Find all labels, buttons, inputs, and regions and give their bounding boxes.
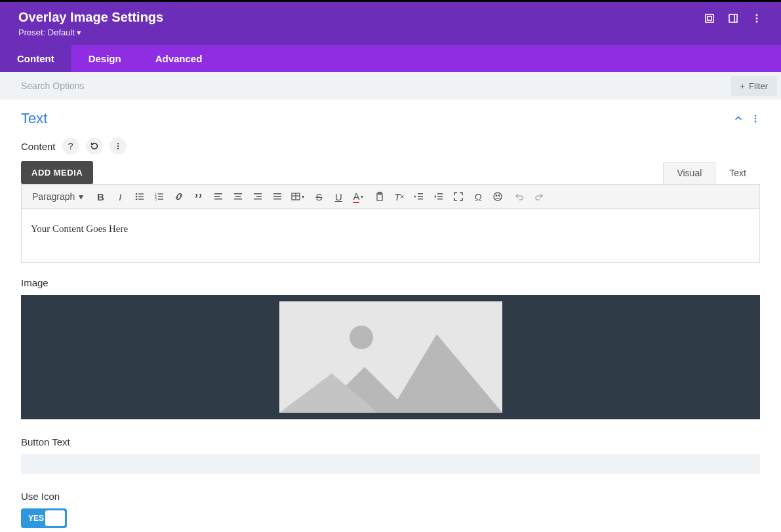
- svg-rect-31: [254, 193, 262, 195]
- numbered-list-icon[interactable]: 123: [150, 187, 169, 206]
- undo-icon[interactable]: [510, 187, 529, 206]
- strikethrough-icon[interactable]: S: [310, 187, 328, 206]
- svg-rect-34: [273, 193, 281, 195]
- emoji-icon[interactable]: [489, 187, 507, 206]
- editor-tab-text[interactable]: Text: [715, 162, 760, 184]
- editor-toolbar: Paragraph ▾ B I 123 ▾ S U A▾ T✕ Ω: [21, 184, 760, 208]
- svg-point-6: [756, 21, 758, 23]
- svg-rect-27: [214, 199, 222, 200]
- search-input[interactable]: [21, 81, 218, 91]
- bullet-list-icon[interactable]: [130, 187, 149, 206]
- svg-point-5: [756, 18, 758, 20]
- content-field-label: Content: [21, 141, 56, 152]
- preset-dropdown[interactable]: Preset: Default ▾: [18, 28, 163, 37]
- caret-down-icon: ▾: [79, 191, 83, 202]
- more-vertical-icon[interactable]: [110, 138, 127, 155]
- caret-down-icon: ▾: [77, 28, 81, 37]
- align-justify-icon[interactable]: [268, 187, 287, 206]
- svg-rect-33: [254, 199, 262, 200]
- tab-content[interactable]: Content: [0, 45, 71, 72]
- toggle-value: YES: [28, 514, 44, 523]
- format-label: Paragraph: [32, 191, 75, 202]
- link-icon[interactable]: [170, 187, 188, 206]
- chevron-up-icon[interactable]: [734, 114, 743, 123]
- svg-point-52: [499, 195, 500, 197]
- outdent-icon[interactable]: [410, 187, 428, 206]
- svg-point-7: [755, 115, 757, 117]
- quote-icon[interactable]: [190, 187, 208, 206]
- svg-point-9: [755, 121, 757, 123]
- svg-point-8: [755, 118, 757, 120]
- reset-icon[interactable]: [86, 138, 103, 155]
- special-char-icon[interactable]: Ω: [469, 187, 487, 206]
- image-placeholder-icon: [279, 301, 502, 413]
- svg-rect-28: [234, 193, 242, 195]
- more-vertical-icon[interactable]: [751, 12, 763, 24]
- svg-rect-22: [158, 196, 163, 197]
- svg-point-51: [496, 195, 498, 197]
- underline-icon[interactable]: U: [329, 187, 348, 206]
- svg-point-54: [350, 326, 373, 349]
- expand-icon[interactable]: [704, 12, 715, 24]
- text-color-icon[interactable]: A▾: [349, 187, 367, 206]
- italic-icon[interactable]: I: [111, 187, 129, 206]
- search-bar: + Filter: [0, 72, 781, 100]
- table-icon[interactable]: ▾: [288, 187, 306, 206]
- tab-advanced[interactable]: Advanced: [138, 45, 220, 72]
- svg-point-13: [136, 193, 138, 195]
- svg-rect-43: [418, 196, 423, 197]
- svg-rect-1: [708, 16, 711, 20]
- svg-point-17: [136, 199, 138, 200]
- use-icon-toggle[interactable]: YES: [21, 508, 67, 528]
- format-dropdown[interactable]: Paragraph ▾: [26, 189, 90, 204]
- image-upload-area[interactable]: [21, 295, 760, 419]
- align-right-icon[interactable]: [249, 187, 267, 206]
- svg-rect-20: [158, 193, 163, 194]
- svg-rect-16: [138, 196, 144, 197]
- svg-rect-44: [418, 199, 423, 200]
- paste-icon[interactable]: [370, 187, 389, 206]
- svg-text:3: 3: [155, 197, 157, 201]
- more-vertical-icon[interactable]: [751, 114, 760, 123]
- plus-icon: +: [740, 81, 746, 91]
- svg-rect-42: [418, 193, 423, 195]
- svg-rect-46: [437, 193, 443, 195]
- align-center-icon[interactable]: [229, 187, 247, 206]
- svg-rect-47: [437, 196, 443, 197]
- svg-marker-45: [414, 195, 416, 198]
- svg-point-10: [117, 143, 118, 144]
- svg-rect-26: [214, 196, 220, 197]
- help-icon[interactable]: ?: [62, 138, 79, 155]
- use-icon-label: Use Icon: [21, 491, 760, 502]
- svg-point-50: [494, 193, 502, 200]
- preset-label: Preset: Default: [18, 28, 75, 37]
- svg-point-12: [117, 148, 118, 149]
- button-text-input[interactable]: [21, 454, 760, 474]
- svg-rect-36: [273, 199, 281, 200]
- image-field-label: Image: [21, 277, 760, 288]
- section-title: Text: [21, 110, 47, 127]
- svg-rect-24: [158, 199, 163, 199]
- toggle-knob: [45, 510, 65, 526]
- svg-rect-29: [235, 196, 241, 197]
- editor-textarea[interactable]: Your Content Goes Here: [21, 208, 760, 263]
- svg-rect-18: [138, 199, 144, 199]
- clear-format-icon[interactable]: T✕: [390, 187, 409, 206]
- bold-icon[interactable]: B: [91, 187, 110, 206]
- button-text-label: Button Text: [21, 436, 760, 447]
- filter-button[interactable]: + Filter: [731, 76, 777, 96]
- panel-icon[interactable]: [727, 12, 739, 24]
- align-left-icon[interactable]: [209, 187, 228, 206]
- svg-point-15: [136, 196, 138, 198]
- redo-icon[interactable]: [530, 187, 548, 206]
- editor-tab-visual[interactable]: Visual: [663, 162, 715, 184]
- svg-rect-32: [256, 196, 262, 197]
- section-header: Text: [0, 100, 781, 130]
- filter-label: Filter: [749, 81, 768, 91]
- add-media-button[interactable]: ADD MEDIA: [21, 161, 93, 184]
- svg-rect-0: [706, 14, 713, 22]
- svg-rect-25: [214, 193, 222, 195]
- fullscreen-icon[interactable]: [449, 187, 468, 206]
- indent-icon[interactable]: [430, 187, 448, 206]
- tab-design[interactable]: Design: [71, 45, 138, 72]
